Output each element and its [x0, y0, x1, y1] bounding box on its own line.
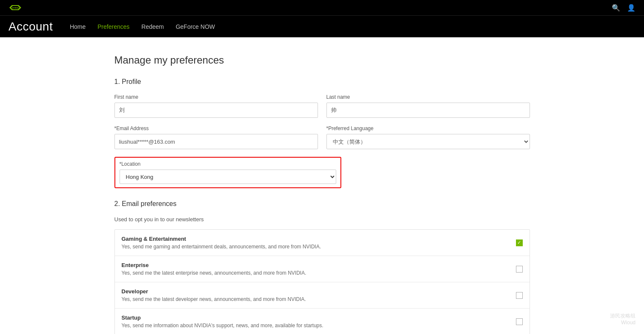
nvidia-logo-icon: NVIDIA — [8, 3, 22, 12]
email-lang-row: *Email Address *Preferred Language 中文（简体… — [114, 125, 530, 149]
last-name-input[interactable] — [326, 103, 530, 118]
nav-bar: Account Home Preferences Redeem GeForce … — [0, 15, 644, 37]
enterprise-title: Enterprise — [122, 262, 307, 268]
first-name-input[interactable] — [114, 103, 318, 118]
location-box: *Location Hong Kong China United States … — [114, 157, 341, 188]
pref-item-gaming: Gaming & Entertainment Yes, send me gami… — [115, 230, 530, 256]
email-pref-desc: Used to opt you in to our newsletters — [114, 216, 530, 223]
email-label: *Email Address — [114, 125, 318, 131]
last-name-group: Last name — [326, 94, 530, 118]
gaming-title: Gaming & Entertainment — [122, 236, 321, 242]
developer-title: Developer — [122, 288, 306, 295]
svg-text:NVIDIA: NVIDIA — [12, 7, 19, 9]
top-bar: NVIDIA 🔍 👤 — [0, 0, 644, 15]
nav-geforce-now[interactable]: GeForce NOW — [176, 23, 215, 30]
gaming-checkbox[interactable] — [516, 239, 523, 246]
email-pref-title: 2. Email preferences — [114, 200, 530, 208]
nvidia-logo: NVIDIA — [8, 3, 22, 12]
top-bar-icons: 🔍 👤 — [612, 4, 636, 12]
language-select[interactable]: 中文（简体） English 日本語 — [326, 134, 530, 149]
location-group: *Location Hong Kong China United States … — [114, 157, 341, 188]
language-group: *Preferred Language 中文（简体） English 日本語 — [326, 125, 530, 149]
enterprise-checkbox[interactable] — [516, 266, 523, 273]
developer-desc: Yes, send me the latest developer news, … — [122, 296, 306, 302]
nav-links: Home Preferences Redeem GeForce NOW — [70, 23, 215, 30]
email-input[interactable] — [114, 134, 318, 149]
language-label: *Preferred Language — [326, 125, 530, 131]
name-row: First name Last name — [114, 94, 530, 118]
location-label: *Location — [120, 161, 336, 167]
developer-checkbox[interactable] — [516, 292, 523, 299]
pref-item-enterprise: Enterprise Yes, send me the latest enter… — [115, 256, 530, 282]
enterprise-desc: Yes, send me the latest enterprise news,… — [122, 270, 307, 276]
nav-home[interactable]: Home — [70, 23, 86, 30]
email-group: *Email Address — [114, 125, 318, 149]
nav-preferences[interactable]: Preferences — [98, 23, 129, 30]
email-pref-section: 2. Email preferences Used to opt you in … — [114, 200, 530, 334]
startup-checkbox[interactable] — [516, 318, 523, 325]
main-content: Manage my preferences 1. Profile First n… — [106, 37, 538, 334]
last-name-label: Last name — [326, 94, 530, 100]
page-title: Account — [8, 20, 53, 33]
pref-item-startup: Startup Yes, send me information about N… — [115, 309, 530, 334]
location-select[interactable]: Hong Kong China United States Japan Taiw… — [120, 170, 336, 184]
profile-section-title: 1. Profile — [114, 78, 530, 86]
email-pref-card: Gaming & Entertainment Yes, send me gami… — [114, 229, 530, 334]
first-name-label: First name — [114, 94, 318, 100]
startup-desc: Yes, send me information about NVIDIA's … — [122, 323, 323, 328]
user-icon[interactable]: 👤 — [627, 4, 636, 12]
first-name-group: First name — [114, 94, 318, 118]
pref-item-developer: Developer Yes, send me the latest develo… — [115, 282, 530, 309]
search-icon[interactable]: 🔍 — [612, 4, 620, 12]
startup-title: Startup — [122, 315, 323, 321]
gaming-desc: Yes, send me gaming and entertainment de… — [122, 244, 321, 250]
section-title: Manage my preferences — [114, 54, 530, 66]
nav-redeem[interactable]: Redeem — [142, 23, 164, 30]
watermark: 游民攻略组Wioud — [610, 312, 636, 326]
